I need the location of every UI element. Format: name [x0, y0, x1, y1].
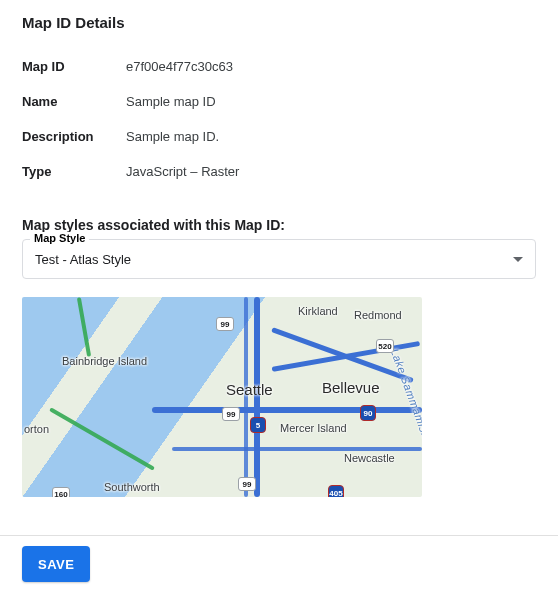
- map-city-label: Southworth: [104, 481, 160, 493]
- detail-value: Sample map ID: [126, 84, 536, 119]
- road-line: [152, 407, 422, 413]
- detail-row: Type JavaScript – Raster: [22, 154, 536, 189]
- route-shield-icon: 99: [238, 477, 256, 491]
- map-city-label: Seattle: [226, 381, 273, 398]
- interstate-shield-icon: 5: [250, 417, 266, 433]
- map-city-label: Newcastle: [344, 452, 395, 464]
- map-city-label: Bainbridge Island: [62, 355, 147, 367]
- chevron-down-icon: [513, 257, 523, 262]
- associated-styles-title: Map styles associated with this Map ID:: [22, 217, 536, 233]
- interstate-shield-icon: 90: [360, 405, 376, 421]
- detail-value: JavaScript – Raster: [126, 154, 536, 189]
- map-style-selected-value: Test - Atlas Style: [35, 252, 131, 267]
- map-city-label: orton: [24, 423, 49, 435]
- detail-label: Type: [22, 154, 126, 189]
- map-style-select-label: Map Style: [30, 232, 89, 244]
- road-line: [172, 447, 422, 451]
- map-style-select-wrap: Map Style Test - Atlas Style: [22, 239, 536, 279]
- detail-label: Description: [22, 119, 126, 154]
- detail-row: Map ID e7f00e4f77c30c63: [22, 49, 536, 84]
- details-table: Map ID e7f00e4f77c30c63 Name Sample map …: [22, 49, 536, 189]
- section-title: Map ID Details: [22, 14, 536, 31]
- interstate-shield-icon: 405: [328, 485, 344, 497]
- route-shield-icon: 160: [52, 487, 70, 497]
- map-city-label: Bellevue: [322, 379, 380, 396]
- bottom-action-bar: SAVE: [0, 535, 558, 596]
- map-city-label: Kirkland: [298, 305, 338, 317]
- save-button[interactable]: SAVE: [22, 546, 90, 582]
- map-preview[interactable]: Seattle Bellevue Kirkland Redmond Mercer…: [22, 297, 422, 497]
- detail-value: e7f00e4f77c30c63: [126, 49, 536, 84]
- route-shield-icon: 520: [376, 339, 394, 353]
- detail-row: Name Sample map ID: [22, 84, 536, 119]
- detail-label: Name: [22, 84, 126, 119]
- route-shield-icon: 99: [222, 407, 240, 421]
- map-city-label: Redmond: [354, 309, 402, 321]
- map-style-select[interactable]: Test - Atlas Style: [22, 239, 536, 279]
- map-city-label: Mercer Island: [280, 422, 347, 434]
- detail-label: Map ID: [22, 49, 126, 84]
- detail-value: Sample map ID.: [126, 119, 536, 154]
- detail-row: Description Sample map ID.: [22, 119, 536, 154]
- route-shield-icon: 99: [216, 317, 234, 331]
